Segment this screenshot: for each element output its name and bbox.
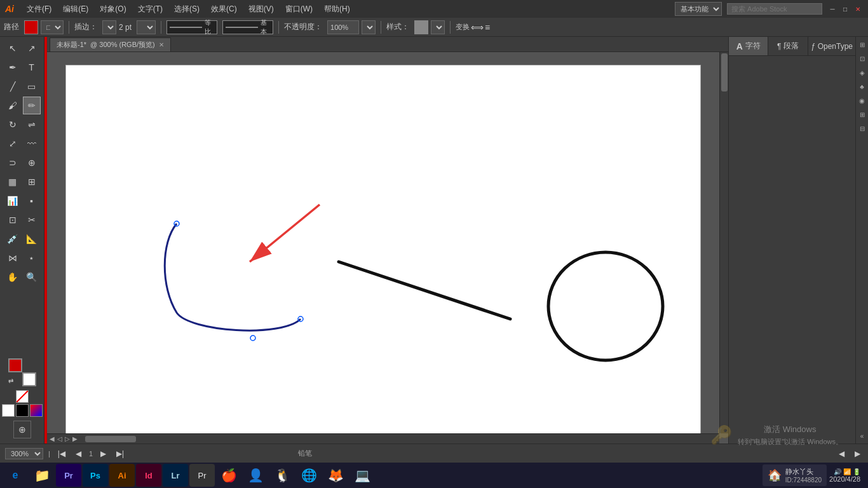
stroke-style-1[interactable]: 等比 xyxy=(166,20,217,34)
fill-stroke-widget[interactable]: ⇄ xyxy=(8,358,36,386)
menu-help[interactable]: 帮助(H) xyxy=(319,3,355,16)
vertical-scroll-thumb[interactable] xyxy=(721,53,728,92)
taskbar-indesign[interactable]: Id xyxy=(136,464,161,487)
column-graph-tool[interactable]: ▪ xyxy=(23,192,41,210)
panel-icon-2[interactable]: ⊡ xyxy=(857,53,867,64)
expand-collapse-icon[interactable]: « xyxy=(857,431,867,441)
white-swatch[interactable] xyxy=(2,404,15,417)
document-tab[interactable]: 未标题-1* @ 300% (RGB/预览) ✕ xyxy=(50,37,171,51)
taskbar-fruit[interactable]: 🍎 xyxy=(216,464,241,487)
interp-select[interactable]: ◇ xyxy=(102,20,116,34)
taskbar-edge[interactable]: e xyxy=(3,464,28,487)
first-page-btn[interactable]: |◀ xyxy=(55,448,68,459)
horizontal-scrollbar[interactable]: ◀ ◁ ▷ ▶ xyxy=(47,433,719,444)
menu-file[interactable]: 文件(F) xyxy=(22,3,57,16)
panel-icon-3[interactable]: ◈ xyxy=(857,67,867,78)
prev-page-nav[interactable]: ◀ xyxy=(73,448,84,459)
rect-tool[interactable]: ▭ xyxy=(23,78,41,95)
gradient-tool[interactable]: ▦ xyxy=(4,173,22,191)
transform-label[interactable]: 变换 xyxy=(456,22,470,32)
rotate-tool[interactable]: ↻ xyxy=(4,116,22,133)
reflect-tool[interactable]: ⇌ xyxy=(23,116,41,133)
hand-tool[interactable]: ✋ xyxy=(4,268,22,286)
panel-icon-1[interactable]: ⊞ xyxy=(857,39,867,50)
blend-tool[interactable]: ⋈ xyxy=(4,249,22,267)
canvas-content[interactable] xyxy=(47,52,719,433)
panel-tab-opentype[interactable]: ƒ OpenType xyxy=(808,37,855,55)
menu-window[interactable]: 窗口(W) xyxy=(280,3,318,16)
panel-tab-para[interactable]: ¶ 段落 xyxy=(768,37,808,55)
artboard-tool[interactable]: ⊡ xyxy=(4,211,22,229)
next-btn[interactable]: ▷ xyxy=(65,435,70,442)
taskbar-folder[interactable]: 📁 xyxy=(29,464,55,487)
link-tool[interactable]: ⋆ xyxy=(23,249,41,267)
prev-page-btn[interactable]: ◀ xyxy=(50,435,55,442)
taskbar-lightroom[interactable]: Lr xyxy=(163,464,188,487)
prev-btn[interactable]: ◁ xyxy=(57,435,62,442)
menu-select[interactable]: 选择(S) xyxy=(169,3,205,16)
panel-icon-6[interactable]: ⊞ xyxy=(857,109,867,119)
stroke-weight-select[interactable]: □ xyxy=(41,20,64,34)
line-tool[interactable]: ╱ xyxy=(4,78,22,95)
panel-icon-7[interactable]: ⊟ xyxy=(857,123,867,133)
stroke-style-2[interactable]: 基本 xyxy=(222,20,273,34)
zoom-view-tool[interactable]: 🔍 xyxy=(23,268,41,286)
workspace-select[interactable]: 基本功能 xyxy=(675,2,722,16)
measure-tool[interactable]: 📐 xyxy=(23,230,41,248)
taskbar-firefox[interactable]: 🦊 xyxy=(323,464,348,487)
graph-tool[interactable]: 📊 xyxy=(4,192,22,210)
minimize-button[interactable]: ─ xyxy=(827,4,837,14)
style-color[interactable] xyxy=(414,20,428,34)
opacity-input[interactable] xyxy=(327,20,359,34)
taskbar-computer[interactable]: 💻 xyxy=(349,464,375,487)
swap-button[interactable]: ⊕ xyxy=(13,421,31,438)
pen-tool[interactable]: ✒ xyxy=(4,58,22,76)
taskbar-premiere[interactable]: Pr xyxy=(56,464,81,487)
panel-icon-4[interactable]: ♣ xyxy=(857,81,867,92)
taskbar-avatar[interactable]: 👤 xyxy=(243,464,268,487)
swap-icon[interactable]: ⇄ xyxy=(8,377,17,386)
menu-effect[interactable]: 效果(C) xyxy=(206,3,242,16)
tab-close-button[interactable]: ✕ xyxy=(159,41,164,48)
eyedropper-tool[interactable]: 💉 xyxy=(4,230,22,248)
type-tool[interactable]: T xyxy=(23,58,41,76)
direct-select-tool[interactable]: ↗ xyxy=(23,39,41,57)
maximize-button[interactable]: □ xyxy=(840,4,850,14)
opacity-select[interactable]: ▼ xyxy=(362,20,376,34)
align-icon[interactable]: ⟺ xyxy=(471,22,484,32)
next-page-btn[interactable]: ▶ xyxy=(72,435,78,442)
mesh-tool[interactable]: ⊞ xyxy=(23,173,41,191)
taskbar-chrome[interactable]: 🌐 xyxy=(296,464,322,487)
build-tool[interactable]: ⊕ xyxy=(23,154,41,172)
taskbar-premiere2[interactable]: Pr xyxy=(189,464,215,487)
zoom-select[interactable]: 300% 100% 200% 50% xyxy=(5,448,43,459)
pencil-tool[interactable]: ✏ xyxy=(23,97,41,114)
watermark-branding[interactable]: 🏠 静水丫头 ID:72448820 xyxy=(763,464,827,486)
stroke-box[interactable] xyxy=(22,372,36,386)
status-next[interactable]: ▶ xyxy=(852,448,863,459)
close-button[interactable]: ✕ xyxy=(853,4,863,14)
panel-icon-5[interactable]: ◉ xyxy=(857,95,867,105)
width-tool[interactable]: ⊃ xyxy=(4,154,22,172)
search-input[interactable] xyxy=(727,3,822,15)
fill-box[interactable] xyxy=(8,358,22,372)
none-swatch[interactable] xyxy=(16,390,29,403)
style-select[interactable]: ▼ xyxy=(431,20,445,34)
menu-object[interactable]: 对象(O) xyxy=(95,3,131,16)
paintbrush-tool[interactable]: 🖌 xyxy=(4,97,22,114)
panel-tab-char[interactable]: A 字符 xyxy=(729,37,768,55)
distribute-icon[interactable]: ≡ xyxy=(485,22,490,32)
horizontal-scroll-thumb[interactable] xyxy=(85,436,136,442)
scale-tool[interactable]: ⤢ xyxy=(4,135,22,152)
taskbar-penguin[interactable]: 🐧 xyxy=(269,464,295,487)
stroke-color-swatch[interactable] xyxy=(24,20,38,34)
menu-type[interactable]: 文字(T) xyxy=(133,3,168,16)
black-swatch[interactable] xyxy=(16,404,29,417)
vertical-scrollbar[interactable] xyxy=(719,52,728,433)
taskbar-illustrator[interactable]: Ai xyxy=(109,464,135,487)
select-tool[interactable]: ↖ xyxy=(4,39,22,57)
menu-edit[interactable]: 编辑(E) xyxy=(58,3,93,16)
last-page-btn[interactable]: ▶| xyxy=(114,448,126,459)
menu-view[interactable]: 视图(V) xyxy=(243,3,279,16)
slice-tool[interactable]: ✂ xyxy=(23,211,41,229)
